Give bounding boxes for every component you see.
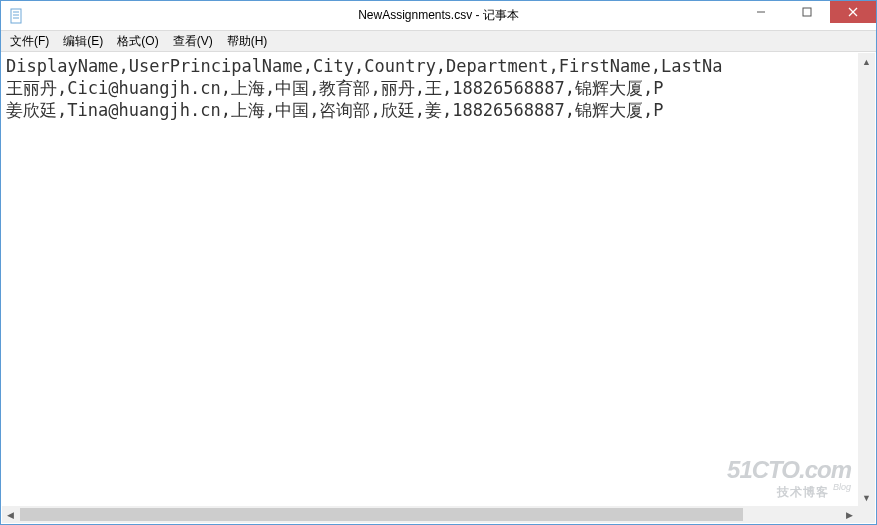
notepad-window: NewAssignments.csv - 记事本 文件(F) 编辑(E) 格式(…: [0, 0, 877, 525]
menu-format[interactable]: 格式(O): [110, 31, 165, 52]
title-bar[interactable]: NewAssignments.csv - 记事本: [1, 1, 876, 31]
menu-edit[interactable]: 编辑(E): [56, 31, 110, 52]
horizontal-scrollbar[interactable]: ◀ ▶: [2, 506, 858, 523]
close-button[interactable]: [830, 1, 876, 23]
menu-bar: 文件(F) 编辑(E) 格式(O) 查看(V) 帮助(H): [1, 31, 876, 52]
h-scroll-thumb[interactable]: [20, 508, 743, 521]
window-controls: [738, 1, 876, 23]
scroll-up-icon[interactable]: ▲: [858, 53, 875, 70]
menu-help[interactable]: 帮助(H): [220, 31, 275, 52]
svg-rect-5: [803, 8, 811, 16]
maximize-button[interactable]: [784, 1, 830, 23]
svg-rect-0: [11, 9, 21, 23]
scroll-left-icon[interactable]: ◀: [2, 506, 19, 523]
text-editor[interactable]: [2, 53, 875, 523]
app-icon: [9, 8, 25, 24]
scroll-corner: [858, 506, 875, 523]
menu-view[interactable]: 查看(V): [166, 31, 220, 52]
v-scroll-track[interactable]: [858, 70, 875, 489]
minimize-button[interactable]: [738, 1, 784, 23]
scroll-right-icon[interactable]: ▶: [841, 506, 858, 523]
h-scroll-track[interactable]: [19, 506, 841, 523]
menu-file[interactable]: 文件(F): [3, 31, 56, 52]
content-area: ▲ ▼ ◀ ▶ 51CTO.com 技术博客 Blog: [2, 53, 875, 523]
vertical-scrollbar[interactable]: ▲ ▼: [858, 53, 875, 506]
scroll-down-icon[interactable]: ▼: [858, 489, 875, 506]
